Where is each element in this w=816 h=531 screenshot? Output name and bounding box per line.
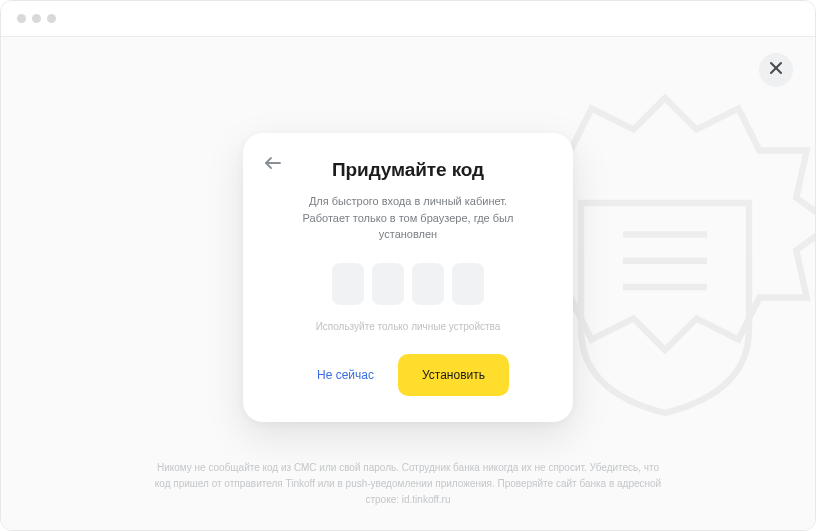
code-digit-4[interactable] [452, 263, 484, 305]
skip-button[interactable]: Не сейчас [307, 356, 384, 394]
code-input-group [273, 263, 543, 305]
modal-actions: Не сейчас Установить [273, 354, 543, 396]
arrow-left-icon [264, 156, 282, 174]
window-dot [17, 14, 26, 23]
window-titlebar [1, 1, 815, 37]
window-dot [47, 14, 56, 23]
modal-title: Придумайте код [273, 159, 543, 181]
security-footer: Никому не сообщайте код из СМС или свой … [148, 460, 668, 508]
confirm-button[interactable]: Установить [398, 354, 509, 396]
page-content: Придумайте код Для быстрого входа в личн… [1, 37, 815, 530]
code-digit-2[interactable] [372, 263, 404, 305]
code-digit-1[interactable] [332, 263, 364, 305]
code-digit-3[interactable] [412, 263, 444, 305]
modal-subtitle: Для быстрого входа в личный кабинет. Раб… [288, 193, 528, 243]
browser-window: Придумайте код Для быстрого входа в личн… [0, 0, 816, 531]
modal-hint: Используйте только личные устройства [273, 321, 543, 332]
back-button[interactable] [261, 153, 285, 177]
create-code-modal: Придумайте код Для быстрого входа в личн… [243, 133, 573, 422]
window-controls [17, 14, 56, 23]
close-icon [769, 61, 783, 79]
close-button[interactable] [759, 53, 793, 87]
window-dot [32, 14, 41, 23]
